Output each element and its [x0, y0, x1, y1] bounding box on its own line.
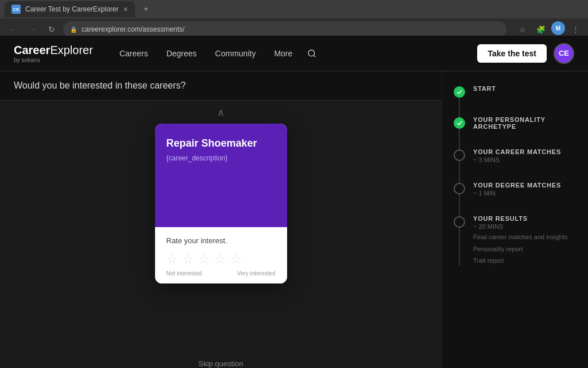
timeline-dot-results	[454, 216, 465, 228]
search-button[interactable]	[303, 44, 321, 63]
header-right: Take the test CE	[477, 43, 574, 64]
site-header: CareerExplorer by sokanu Careers Degrees…	[0, 36, 588, 71]
timeline-sub-degree: ~ 1 MIN	[473, 190, 577, 197]
app: CareerExplorer by sokanu Careers Degrees…	[0, 36, 588, 368]
extensions-button[interactable]: 🧩	[533, 21, 549, 37]
tab-close-button[interactable]: ×	[123, 5, 128, 14]
timeline-title-start: START	[473, 85, 577, 92]
lock-icon: 🔒	[70, 26, 77, 33]
star-rating[interactable]: ☆ ☆ ☆ ☆ ☆	[167, 252, 276, 267]
rate-label: Rate your interest.	[167, 236, 276, 245]
timeline-title-career: YOUR CAREER MATCHES	[473, 148, 577, 155]
card-description: {career_description}	[167, 154, 276, 162]
url-text: careerexplorer.com/assessments/	[82, 25, 184, 33]
bookmark-button[interactable]: ☆	[514, 21, 531, 37]
star-2[interactable]: ☆	[183, 252, 194, 267]
logo[interactable]: CareerExplorer by sokanu	[14, 44, 93, 63]
timeline-desc-results-3: Trait report	[473, 256, 577, 266]
tab-favicon: CE	[11, 5, 21, 14]
back-button[interactable]: ←	[5, 21, 21, 37]
timeline-dot-career	[454, 150, 465, 161]
profile-button[interactable]: M	[551, 21, 565, 35]
timeline-item-results: YOUR RESULTS ~ 20 MINS Final career matc…	[454, 215, 577, 266]
active-tab[interactable]: CE Career Test by CareerExplorer ×	[5, 1, 135, 17]
logo-sub: by sokanu	[14, 57, 93, 63]
star-4[interactable]: ☆	[215, 252, 226, 267]
timeline-content-degree: YOUR DEGREE MATCHES ~ 1 MIN	[473, 182, 577, 197]
browser-chrome: CE Career Test by CareerExplorer × + ← →…	[0, 0, 588, 36]
timeline: START YOUR PERSONALITY ARCHETYPE	[454, 85, 577, 266]
forward-button[interactable]: →	[24, 21, 40, 37]
question-bar: Would you be interested in these careers…	[0, 71, 442, 101]
timeline-title-personality: YOUR PERSONALITY ARCHETYPE	[473, 116, 577, 130]
timeline-content-personality: YOUR PERSONALITY ARCHETYPE	[473, 116, 577, 130]
skip-question-button[interactable]: Skip question	[0, 359, 442, 368]
chevron-up-icon[interactable]: ∧	[217, 106, 225, 119]
take-test-button[interactable]: Take the test	[477, 44, 547, 63]
nav-careers[interactable]: Careers	[111, 44, 156, 63]
timeline-dot-start	[454, 86, 465, 98]
nav-community[interactable]: Community	[207, 44, 264, 63]
nav-degrees[interactable]: Degrees	[158, 44, 205, 63]
tab-title: Career Test by CareerExplorer	[25, 5, 119, 13]
new-tab-button[interactable]: +	[137, 1, 155, 17]
main-content: Would you be interested in these careers…	[0, 71, 442, 368]
browser-tabs: CE Career Test by CareerExplorer × +	[0, 0, 588, 18]
timeline-item-degree: YOUR DEGREE MATCHES ~ 1 MIN	[454, 182, 577, 197]
star-1[interactable]: ☆	[167, 252, 178, 267]
star-labels: Not interested Very interested	[167, 270, 276, 277]
very-interested-label: Very interested	[237, 270, 276, 277]
timeline-content-career: YOUR CAREER MATCHES ~ 3 MINS	[473, 148, 577, 163]
timeline-item-personality: YOUR PERSONALITY ARCHETYPE	[454, 116, 577, 130]
logo-text: CareerExplorer	[14, 44, 93, 57]
timeline-item-start: START	[454, 85, 577, 98]
user-avatar[interactable]: CE	[554, 43, 574, 64]
question-text: Would you be interested in these careers…	[14, 80, 428, 91]
timeline-sub-career: ~ 3 MINS	[473, 156, 577, 163]
card-area: ∧ Repair Shoemaker {career_description} …	[0, 101, 442, 352]
reload-button[interactable]: ↻	[44, 21, 60, 37]
card-header: Repair Shoemaker {career_description}	[155, 124, 287, 227]
address-bar[interactable]: 🔒 careerexplorer.com/assessments/	[63, 21, 506, 37]
card-rating: Rate your interest. ☆ ☆ ☆ ☆ ☆ Not intere…	[155, 227, 287, 283]
timeline-content-start: START	[473, 85, 577, 92]
timeline-item-career: YOUR CAREER MATCHES ~ 3 MINS	[454, 148, 577, 163]
progress-sidebar: START YOUR PERSONALITY ARCHETYPE	[442, 71, 588, 368]
timeline-desc-results-2: Personality report	[473, 244, 577, 254]
content-area: Would you be interested in these careers…	[0, 71, 588, 368]
timeline-title-degree: YOUR DEGREE MATCHES	[473, 182, 577, 189]
star-5[interactable]: ☆	[231, 252, 242, 267]
timeline-dot-personality	[454, 117, 465, 129]
timeline-content-results: YOUR RESULTS ~ 20 MINS Final career matc…	[473, 215, 577, 266]
main-nav: Careers Degrees Community More	[111, 44, 300, 63]
timeline-desc-results-1: Final career matches and insights	[473, 232, 577, 242]
nav-more[interactable]: More	[266, 44, 300, 63]
not-interested-label: Not interested	[167, 270, 202, 277]
svg-point-0	[308, 50, 315, 56]
timeline-dot-degree	[454, 183, 465, 194]
timeline-sub-results: ~ 20 MINS	[473, 223, 577, 230]
browser-actions: ☆ 🧩 M ⋮	[514, 21, 583, 37]
menu-button[interactable]: ⋮	[567, 21, 583, 37]
timeline-title-results: YOUR RESULTS	[473, 215, 577, 222]
card-title: Repair Shoemaker	[167, 137, 276, 150]
career-card: Repair Shoemaker {career_description} Ra…	[155, 124, 287, 283]
star-3[interactable]: ☆	[199, 252, 210, 267]
